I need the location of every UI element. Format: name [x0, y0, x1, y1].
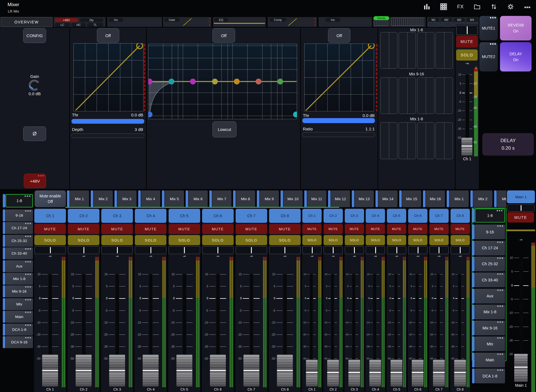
tab-mix-4[interactable]: Mix 4: [138, 190, 160, 207]
eq-band-handle[interactable]: [255, 79, 261, 85]
solo-button[interactable]: SOLO: [387, 235, 406, 245]
solo-button[interactable]: SOLO: [68, 235, 99, 245]
comp-state-button[interactable]: Off: [328, 28, 350, 43]
comp-graph[interactable]: [304, 44, 378, 112]
fader-handle[interactable]: [76, 355, 92, 386]
pan-control[interactable]: [429, 246, 449, 254]
bank-item-1-8[interactable]: 1-8: [472, 209, 505, 223]
fader-handle[interactable]: [433, 360, 445, 386]
tab-mix-10[interactable]: Mix 10: [281, 190, 303, 207]
tab-mix-5[interactable]: Mix 5: [162, 190, 184, 207]
fader-handle[interactable]: [176, 355, 192, 386]
bank-item-9-16[interactable]: 9-16: [3, 209, 33, 221]
tab-mix-8[interactable]: Mix 8: [233, 190, 255, 207]
solo-button[interactable]: SOLO: [34, 235, 66, 245]
bank-item-ch-33-40[interactable]: Ch 33-40: [472, 273, 505, 287]
pan-control[interactable]: [135, 246, 166, 254]
sends-grid-mtx1-8[interactable]: [380, 122, 453, 159]
eq-band-handle[interactable]: [190, 79, 196, 85]
bank-item-dca-1-8[interactable]: DCA 1-8: [3, 324, 33, 336]
bank-item-9-16[interactable]: 9-16: [472, 224, 505, 239]
block-comp[interactable]: Comp: [268, 17, 317, 27]
fader-handle[interactable]: [412, 360, 423, 386]
channel-select-button[interactable]: Ch 1: [302, 209, 322, 223]
tab-overview[interactable]: OVERVIEW: [1, 17, 52, 27]
channel-select-button[interactable]: Ch 5: [387, 209, 406, 223]
tab-mix-12[interactable]: Mix 12: [328, 190, 350, 207]
solo-button[interactable]: SOLO: [324, 235, 343, 245]
channel-select-button[interactable]: Ch 7: [236, 209, 267, 223]
eq-band-handle[interactable]: [234, 79, 240, 85]
fader-handle[interactable]: [348, 360, 360, 386]
pan-control[interactable]: [408, 246, 427, 254]
solo-button[interactable]: SOLO: [429, 235, 449, 245]
gate-graph[interactable]: [73, 43, 145, 112]
eq-band-handle[interactable]: [277, 79, 283, 85]
solo-button[interactable]: SOLO: [408, 235, 427, 245]
block-insert-b[interactable]: Ins: [319, 17, 372, 27]
eq-corner-handle[interactable]: [148, 112, 152, 118]
channel-select-button[interactable]: Ch 2: [68, 209, 99, 223]
settings-gear-icon[interactable]: [506, 3, 515, 11]
more-icon[interactable]: [523, 3, 532, 11]
channel-select-button[interactable]: Ch 8: [451, 209, 470, 223]
solo-button[interactable]: SOLO: [101, 235, 133, 245]
mute-button[interactable]: MUTE: [68, 224, 99, 234]
eq-lowcut-button[interactable]: Lowcut: [212, 121, 236, 137]
eq-band-handle[interactable]: [212, 79, 218, 85]
tab-mix-2[interactable]: Mix 2: [91, 190, 113, 207]
channel-select-button[interactable]: Ch 6: [408, 209, 427, 223]
solo-button[interactable]: SOLO: [269, 235, 301, 245]
channel-select-button[interactable]: Ch 3: [345, 209, 364, 223]
fader-handle[interactable]: [243, 355, 259, 386]
mute-button[interactable]: MUTE: [34, 224, 66, 234]
tab-mix-1[interactable]: Mix 1: [67, 190, 89, 207]
solo-button[interactable]: SOLO: [451, 235, 470, 245]
tab-mix-14[interactable]: Mix 14: [375, 190, 398, 207]
pan-control[interactable]: [302, 246, 322, 254]
channel-select-button[interactable]: Ch 6: [202, 209, 234, 223]
solo-button[interactable]: SOLO: [366, 235, 385, 245]
solo-button[interactable]: SOLO: [302, 235, 322, 245]
bank-item-dca-1-8[interactable]: DCA 1-8: [472, 369, 505, 383]
mute-button[interactable]: MUTE: [269, 224, 301, 234]
fader-handle[interactable]: [143, 355, 159, 386]
solo-button[interactable]: SOLO: [345, 235, 364, 245]
tab-mix-3[interactable]: Mix 3: [114, 190, 137, 207]
tab-mtx-3[interactable]: Mtx 3: [494, 190, 506, 207]
pan-control[interactable]: [366, 246, 385, 254]
bank-item-mix-1-8[interactable]: Mix 1-8: [3, 273, 33, 285]
pan-control[interactable]: [101, 246, 133, 254]
mute-button[interactable]: MUTE: [451, 224, 470, 234]
pan-control[interactable]: [236, 246, 267, 254]
mute-button[interactable]: MUTE: [302, 224, 322, 234]
sends-grid-mix9-16[interactable]: [380, 77, 453, 114]
gain-knob[interactable]: [29, 80, 40, 91]
channel-select-button[interactable]: Ch 2: [324, 209, 343, 223]
fader-handle[interactable]: [277, 355, 293, 386]
pan-control[interactable]: [34, 246, 66, 254]
folder-icon[interactable]: [473, 3, 481, 11]
solo-button[interactable]: SOLO: [202, 235, 234, 245]
channel-select-button[interactable]: Ch 3: [101, 209, 133, 223]
fader-handle[interactable]: [327, 360, 339, 386]
pan-control[interactable]: [456, 25, 478, 35]
sort-arrows-icon[interactable]: [490, 3, 498, 11]
channel-select-button[interactable]: Ch 5: [169, 209, 200, 223]
mute-button[interactable]: MUTE: [408, 224, 427, 234]
pan-control[interactable]: [387, 246, 406, 254]
solo-button[interactable]: SOLO: [456, 49, 478, 61]
tab-mtx-2[interactable]: Mtx 2: [470, 190, 492, 207]
channel-select-button[interactable]: Ch 7: [429, 209, 449, 223]
channel-select-button[interactable]: Ch 8: [269, 209, 301, 223]
eq-state-button[interactable]: Off: [212, 28, 235, 43]
pan-control[interactable]: [202, 246, 234, 254]
mute-button[interactable]: MUTE: [169, 224, 200, 234]
block-gate[interactable]: Gate: [163, 17, 211, 27]
apps-grid-icon[interactable]: [439, 3, 448, 11]
bank-item-ch-33-40[interactable]: Ch 33-40: [3, 247, 33, 259]
sends-grid-mix1-8[interactable]: [380, 32, 453, 69]
pan-control[interactable]: [169, 246, 200, 254]
gate-thr-slider[interactable]: [71, 119, 144, 124]
bank-item-ch-25-32[interactable]: Ch 25-32: [3, 235, 33, 247]
